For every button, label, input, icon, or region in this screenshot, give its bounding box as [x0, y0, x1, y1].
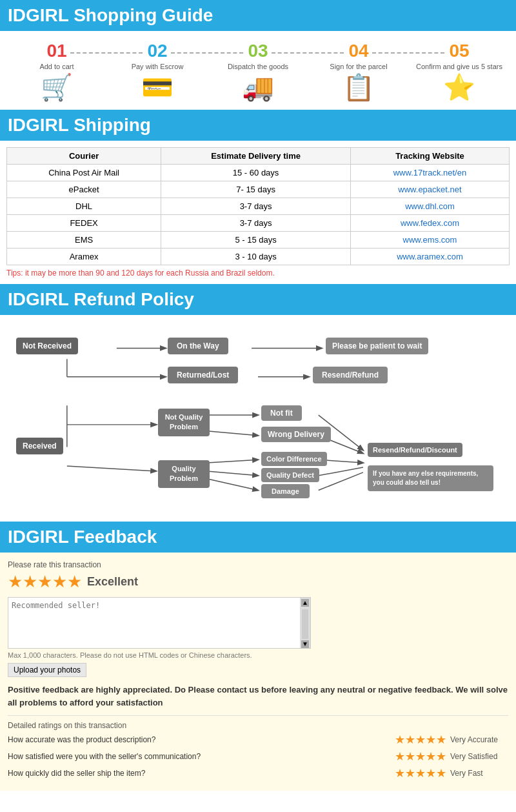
feedback-textarea[interactable] — [8, 598, 300, 648]
node-returned-lost: Returned/Lost — [168, 367, 238, 383]
node-damage: Damage — [261, 484, 310, 498]
step-3-icon: 🚚 — [242, 74, 274, 100]
step-2: 02 Pay with Escrow 💳 — [112, 41, 203, 100]
shipping-tips: Tips: it may be more than 90 and 120 day… — [6, 269, 510, 278]
detail-star: ★ — [395, 749, 405, 764]
refund-header: IDGIRL Refund Policy — [0, 284, 516, 315]
refund-content: Not Received On the Way Please be patien… — [0, 315, 516, 522]
tracking-link[interactable]: www.dhl.com — [405, 201, 455, 211]
svg-line-14 — [207, 479, 258, 491]
detail-value: Very Fast — [450, 769, 508, 778]
node-any-else: If you have any else requirements, you c… — [368, 465, 493, 491]
step-3: 03 Dispatch the goods 🚚 — [213, 41, 303, 100]
step-4-label: Sign for the parcel — [330, 63, 387, 70]
time-cell: 7- 15 days — [161, 181, 351, 198]
star-5: ★ — [67, 572, 82, 592]
step-3-label: Dispatch the goods — [228, 63, 288, 70]
divider — [8, 715, 508, 716]
tracking-link[interactable]: www.17track.net/en — [393, 168, 466, 178]
tracking-link[interactable]: www.epacket.net — [398, 185, 461, 194]
url-cell[interactable]: www.epacket.net — [350, 181, 509, 198]
detail-star: ★ — [426, 749, 436, 764]
url-cell[interactable]: www.aramex.com — [350, 249, 509, 265]
table-row: China Post Air Mail 15 - 60 days www.17t… — [7, 165, 510, 181]
shopping-guide-header: IDGIRL Shopping Guide — [0, 0, 516, 31]
step-1: 01 Add to cart 🛒 — [12, 41, 102, 100]
col-tracking: Tracking Website — [350, 148, 509, 165]
detail-value: Very Satisfied — [450, 752, 508, 761]
detail-star: ★ — [436, 766, 446, 780]
tracking-link[interactable]: www.fedex.com — [401, 218, 459, 228]
step-5-icon: ⭐ — [443, 74, 475, 100]
col-delivery: Estimate Delivery time — [161, 148, 351, 165]
url-cell[interactable]: www.fedex.com — [350, 215, 509, 232]
upload-photos-button[interactable]: Upload your photos — [8, 663, 86, 677]
svg-line-16 — [319, 467, 363, 476]
detailed-label: Detailed ratings on this transaction — [8, 721, 508, 730]
step-4-num: 04 — [348, 41, 368, 61]
url-cell[interactable]: www.17track.net/en — [350, 165, 509, 181]
detail-question: How accurate was the product description… — [8, 735, 395, 744]
node-resend-refund-top: Resend/Refund — [313, 367, 388, 383]
detail-star: ★ — [405, 749, 415, 764]
excellent-label: Excellent — [87, 575, 138, 589]
step-4: 04 Sign for the parcel 📋 — [313, 41, 404, 100]
max-chars-text: Max 1,000 characters. Please do not use … — [8, 651, 508, 659]
shipping-content: Courier Estimate Delivery time Tracking … — [0, 141, 516, 284]
step-3-num: 03 — [248, 41, 268, 61]
tracking-link[interactable]: www.aramex.com — [397, 252, 463, 261]
detail-star: ★ — [426, 733, 436, 747]
time-cell: 15 - 60 days — [161, 165, 351, 181]
node-received: Received — [16, 438, 63, 454]
col-courier: Courier — [7, 148, 161, 165]
node-quality-defect: Quality Defect — [261, 468, 319, 482]
detail-star: ★ — [415, 766, 426, 780]
courier-cell: FEDEX — [7, 215, 161, 232]
feedback-box: ▲ ▼ — [8, 597, 311, 649]
detail-stars: ★★★★★Very Satisfied — [395, 749, 508, 764]
tracking-link[interactable]: www.ems.com — [403, 235, 457, 245]
detail-value: Very Accurate — [450, 735, 508, 744]
courier-cell: DHL — [7, 198, 161, 215]
detail-question: How quickly did the seller ship the item… — [8, 769, 395, 778]
step-5-num: 05 — [449, 41, 469, 61]
table-row: FEDEX 3-7 days www.fedex.com — [7, 215, 510, 232]
detail-row: How quickly did the seller ship the item… — [8, 766, 508, 780]
svg-line-13 — [207, 471, 258, 476]
node-wrong-delivery: Wrong Delivery — [261, 427, 331, 442]
time-cell: 3-7 days — [161, 215, 351, 232]
node-please-wait: Please be patient to wait — [326, 338, 428, 354]
courier-cell: China Post Air Mail — [7, 165, 161, 181]
detail-star: ★ — [395, 766, 405, 780]
step-2-num: 02 — [147, 41, 167, 61]
detail-star: ★ — [405, 766, 415, 780]
svg-line-17 — [319, 472, 363, 491]
detail-stars: ★★★★★Very Accurate — [395, 733, 508, 747]
star-1: ★ — [8, 572, 23, 592]
rate-label: Please rate this transaction — [8, 560, 508, 569]
table-row: DHL 3-7 days www.dhl.com — [7, 198, 510, 215]
url-cell[interactable]: www.dhl.com — [350, 198, 509, 215]
star-2: ★ — [23, 572, 37, 592]
table-row: Aramex 3 - 10 days www.aramex.com — [7, 249, 510, 265]
courier-cell: Aramex — [7, 249, 161, 265]
svg-line-12 — [207, 460, 258, 463]
detail-star: ★ — [415, 749, 426, 764]
detailed-ratings: Detailed ratings on this transaction How… — [8, 721, 508, 780]
table-row: ePacket 7- 15 days www.epacket.net — [7, 181, 510, 198]
step-5: 05 Confirm and give us 5 stars ⭐ — [414, 41, 504, 100]
url-cell[interactable]: www.ems.com — [350, 232, 509, 249]
detail-star: ★ — [426, 766, 436, 780]
step-1-label: Add to cart — [39, 63, 74, 70]
positive-feedback-text: Positive feedback are highly appreciated… — [8, 684, 508, 709]
courier-cell: EMS — [7, 232, 161, 249]
detail-row: How accurate was the product description… — [8, 733, 508, 747]
step-2-label: Pay with Escrow — [132, 63, 184, 70]
feedback-scrollbar[interactable]: ▲ ▼ — [300, 598, 310, 648]
time-cell: 5 - 15 days — [161, 232, 351, 249]
node-not-fit: Not fit — [261, 405, 302, 421]
feedback-header: IDGIRL Feedback — [0, 522, 516, 553]
detail-star: ★ — [436, 749, 446, 764]
shipping-header: IDGIRL Shipping — [0, 110, 516, 141]
stars-row: ★ ★ ★ ★ ★ Excellent — [8, 572, 508, 592]
